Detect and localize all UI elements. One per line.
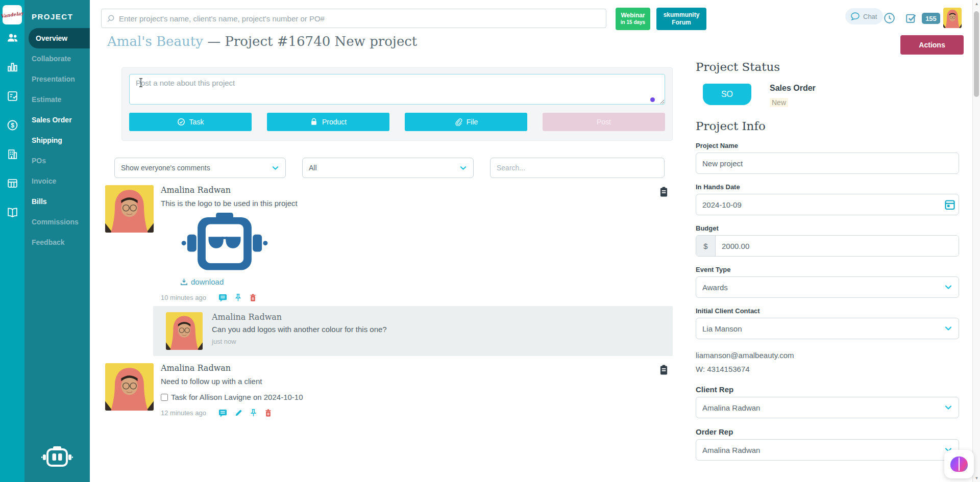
- project-title-text: — Project #16740 New project: [207, 34, 417, 49]
- in-hands-date-input[interactable]: [696, 194, 959, 215]
- sidebar-item-overview[interactable]: Overview: [29, 28, 90, 48]
- clipboard-icon[interactable]: [659, 186, 668, 197]
- status-badge[interactable]: SO: [703, 84, 751, 105]
- book-icon[interactable]: [6, 206, 19, 219]
- chat-bubble-icon: [849, 11, 861, 22]
- users-icon[interactable]: [6, 32, 19, 44]
- attached-logo-image[interactable]: [180, 213, 668, 274]
- robot-icon: [41, 446, 73, 471]
- comment-text: This is the logo to be used in this proj…: [161, 199, 668, 208]
- project-name-input[interactable]: [696, 153, 959, 174]
- actions-button[interactable]: Actions: [900, 35, 964, 55]
- sidebar-item-shipping[interactable]: Shipping: [24, 130, 90, 150]
- post-button[interactable]: Post: [543, 113, 665, 131]
- scrollbar[interactable]: ▲ ▼: [972, 0, 980, 482]
- product-bag-icon: [310, 118, 318, 126]
- project-details-panel: Project Status SO Sales Order New Projec…: [696, 60, 961, 461]
- pencil-icon[interactable]: [234, 409, 242, 417]
- download-link[interactable]: download: [180, 277, 668, 286]
- trash-icon[interactable]: [264, 409, 272, 417]
- svg-text:$: $: [11, 122, 14, 129]
- building-icon[interactable]: [6, 148, 19, 161]
- task-checkbox[interactable]: [161, 394, 168, 401]
- notification-count-badge[interactable]: 155: [922, 13, 940, 24]
- sidebar-item-invoice[interactable]: Invoice: [24, 171, 90, 191]
- initial-client-contact-select[interactable]: Lia Manson: [696, 318, 959, 339]
- chat-button[interactable]: Chat: [845, 8, 883, 24]
- comment-timestamp: 12 minutes ago: [161, 409, 206, 417]
- sidebar-item-estimate[interactable]: Estimate: [24, 89, 90, 110]
- reply-text: Can you add logos with another colour fo…: [212, 325, 673, 334]
- avatar: [105, 185, 154, 233]
- client-rep-select[interactable]: Amalina Radwan: [696, 397, 959, 418]
- pin-icon[interactable]: [250, 409, 257, 417]
- company-logo[interactable]: Vandelay: [3, 5, 22, 24]
- task-text: Task for Allison Lavigne on 2024-10-10: [171, 393, 303, 401]
- event-type-label: Event Type: [696, 266, 961, 273]
- comment-timestamp: 10 minutes ago: [161, 294, 206, 301]
- scrollbar-thumb[interactable]: [974, 11, 979, 97]
- comment-reply-item: Amalina Radwan Can you add logos with an…: [153, 306, 673, 356]
- project-overview-page: Vandelay $ PROJECT Overview Collaborate …: [0, 0, 980, 482]
- comment-text: Need to follow up with a client: [161, 377, 668, 386]
- clock-icon[interactable]: [883, 12, 896, 24]
- sidebar-item-collaborate[interactable]: Collaborate: [24, 48, 90, 69]
- comment-author: Amalina Radwan: [161, 363, 668, 373]
- icon-rail: Vandelay $: [0, 0, 24, 482]
- ai-brain-icon: [950, 456, 968, 472]
- comment-item: Amalina Radwan Need to follow up with a …: [105, 363, 668, 417]
- forum-button[interactable]: skummunity Forum: [656, 8, 706, 30]
- pin-icon[interactable]: [234, 293, 242, 302]
- comment-icon[interactable]: [218, 409, 227, 417]
- scrollbar-up-arrow[interactable]: ▲: [973, 2, 980, 6]
- sidebar-item-presentation[interactable]: Presentation: [24, 69, 90, 89]
- task-check-icon: [177, 118, 185, 126]
- comment-item: Amalina Radwan This is the logo to be us…: [105, 185, 668, 302]
- invoice-table-icon[interactable]: [6, 177, 19, 190]
- clipboard-icon[interactable]: [659, 364, 668, 375]
- checkbox-icon[interactable]: [904, 12, 917, 24]
- sidebar-item-bills[interactable]: Bills: [24, 191, 90, 212]
- compose-panel: Task Product File Post: [121, 67, 673, 141]
- scrollbar-down-arrow[interactable]: ▼: [973, 476, 980, 480]
- client-name-link[interactable]: Amal's Beauty: [107, 34, 203, 49]
- bar-chart-icon[interactable]: [6, 61, 19, 73]
- ai-assistant-button[interactable]: [944, 450, 974, 478]
- client-rep-label: Client Rep: [696, 385, 961, 394]
- global-search: [101, 9, 606, 28]
- add-task-button[interactable]: Task: [129, 113, 252, 131]
- comments-search-input[interactable]: [490, 158, 665, 178]
- currency-prefix: $: [696, 236, 716, 256]
- add-product-button[interactable]: Product: [267, 113, 389, 131]
- user-avatar[interactable]: [943, 8, 962, 28]
- checklist-icon[interactable]: [6, 90, 19, 103]
- budget-input[interactable]: [716, 236, 959, 256]
- reply-author: Amalina Radwan: [212, 312, 673, 322]
- comments-visibility-select[interactable]: Show everyone's comments: [114, 158, 286, 178]
- note-textarea[interactable]: [129, 74, 665, 105]
- sidebar-item-commissions[interactable]: Commissions: [24, 212, 90, 232]
- add-file-button[interactable]: File: [405, 113, 527, 131]
- chat-label: Chat: [863, 13, 877, 20]
- chevron-down-icon: [944, 283, 952, 291]
- sidebar-item-sales-order[interactable]: Sales Order: [24, 110, 90, 130]
- download-icon: [180, 278, 188, 286]
- paperclip-icon: [454, 118, 462, 126]
- comment-icon[interactable]: [218, 293, 227, 302]
- webinar-button[interactable]: Webinar in 15 days: [616, 8, 650, 30]
- trash-icon[interactable]: [249, 293, 257, 302]
- chevron-down-icon: [944, 403, 952, 412]
- sidebar-item-pos[interactable]: POs: [24, 150, 90, 171]
- search-icon: [106, 14, 115, 23]
- initial-client-contact-label: Initial Client Contact: [696, 307, 961, 315]
- sidebar-item-feedback[interactable]: Feedback: [24, 232, 90, 252]
- contact-email: liamanson@amalbeauty.com: [696, 348, 961, 362]
- reply-timestamp: just now: [212, 338, 673, 345]
- dollar-circle-icon[interactable]: $: [6, 119, 19, 132]
- event-type-select[interactable]: Awards: [696, 276, 959, 298]
- comments-type-select[interactable]: All: [302, 158, 474, 178]
- global-search-input[interactable]: [101, 9, 606, 28]
- order-rep-select[interactable]: Amalina Radwan: [696, 439, 959, 461]
- project-info-heading: Project Info: [696, 119, 961, 133]
- calendar-icon[interactable]: [944, 198, 956, 211]
